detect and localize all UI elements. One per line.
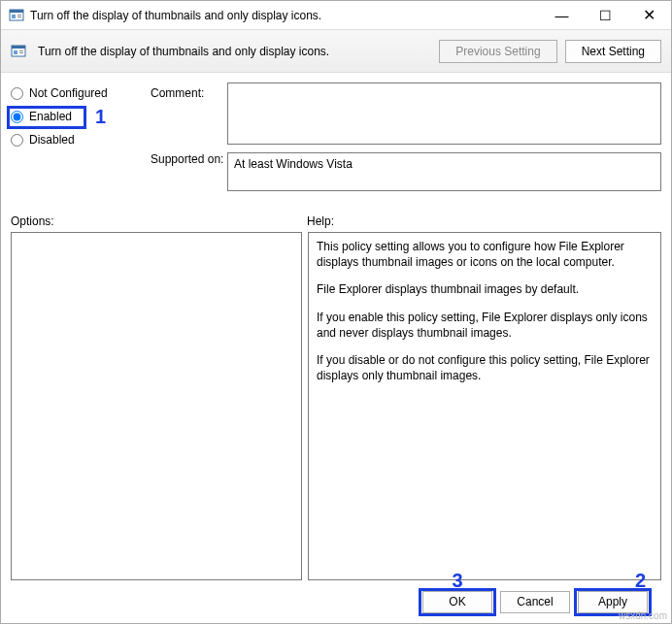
previous-setting-button[interactable]: Previous Setting [439,40,556,63]
callout-2: 2 [635,570,646,592]
svg-rect-1 [10,10,23,13]
body-area: Not Configured Enabled 1 Disabled Commen… [1,73,671,623]
svg-rect-6 [12,46,25,49]
supported-label: Supported on: [151,152,223,166]
radio-not-configured[interactable]: Not Configured [11,86,147,100]
svg-rect-8 [19,50,23,51]
radio-not-configured-input[interactable] [11,87,23,100]
callout-1: 1 [95,106,106,128]
svg-rect-3 [17,15,21,16]
comment-label: Comment: [151,82,223,100]
ok-button[interactable]: OK [422,591,492,613]
next-setting-button[interactable]: Next Setting [565,40,661,63]
help-pane: This policy setting allows you to config… [308,232,661,580]
callout-3: 3 [452,570,462,592]
mid-labels: Options: Help: [11,214,661,228]
help-text: File Explorer displays thumbnail images … [317,281,653,297]
watermark: wsxdn.com [619,610,667,621]
svg-rect-4 [17,16,21,17]
toolbar-title: Turn off the display of thumbnails and o… [38,45,431,58]
radio-enabled[interactable]: Enabled 1 [11,110,147,123]
footer: 3 OK Cancel 2 Apply [11,580,661,623]
policy-icon [9,8,24,23]
svg-rect-2 [12,15,16,18]
minimize-button[interactable]: — [540,1,584,29]
help-label: Help: [307,214,334,228]
radio-label: Disabled [29,133,75,147]
window-controls: — ☐ ✕ [540,1,671,29]
dialog-window: Turn off the display of thumbnails and o… [0,0,672,624]
radio-disabled[interactable]: Disabled [11,133,147,147]
maximize-button[interactable]: ☐ [584,1,627,29]
titlebar: Turn off the display of thumbnails and o… [1,1,671,30]
help-text: If you disable or do not configure this … [317,352,653,383]
radio-label: Enabled [29,110,72,123]
window-title: Turn off the display of thumbnails and o… [30,9,540,22]
radio-enabled-input[interactable] [11,111,23,123]
settings-grid: Not Configured Enabled 1 Disabled Commen… [11,82,661,199]
highlight-box-3: 3 OK [422,591,492,613]
help-text: If you enable this policy setting, File … [317,310,653,341]
options-label: Options: [11,214,307,228]
svg-rect-9 [19,52,23,53]
close-button[interactable]: ✕ [627,1,671,29]
panes: This policy setting allows you to config… [11,232,661,580]
state-radios: Not Configured Enabled 1 Disabled [11,82,147,147]
policy-icon [11,44,26,59]
radio-label: Not Configured [29,86,108,100]
cancel-button[interactable]: Cancel [500,591,570,613]
options-pane [11,232,302,580]
help-text: This policy setting allows you to config… [317,239,653,270]
supported-box: At least Windows Vista [227,152,661,191]
toolbar: Turn off the display of thumbnails and o… [1,30,671,73]
comment-input[interactable] [227,82,661,145]
svg-rect-7 [14,50,17,54]
radio-disabled-input[interactable] [11,134,23,147]
